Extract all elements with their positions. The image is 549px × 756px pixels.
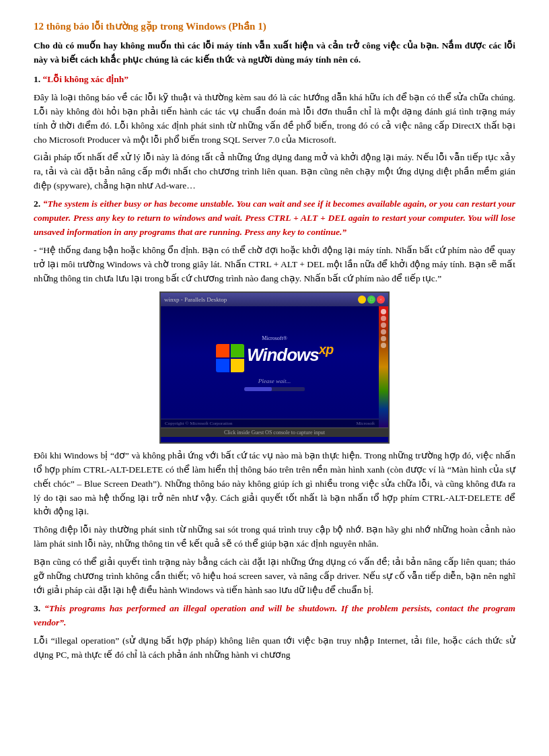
section3-heading-line: 3. “This programs has performed an illeg… bbox=[34, 602, 515, 630]
section3-heading: “This programs has performed an illegal … bbox=[34, 603, 515, 627]
screenshot-caption: Click inside Guest OS console to capture… bbox=[161, 427, 388, 437]
page-title: 12 thông báo lỗi thường gặp trong Window… bbox=[34, 20, 515, 32]
screenshot-body: Microsoft® Windowsxp Pleas bbox=[161, 306, 388, 427]
microsoft-right-text: Microsoft bbox=[356, 421, 375, 426]
section3-number: 3. bbox=[34, 603, 40, 613]
windows-flag bbox=[216, 344, 244, 372]
section2-p3: Thông điệp lỗi này thường phát sinh từ n… bbox=[34, 523, 515, 551]
sidebar-dot4 bbox=[381, 329, 386, 335]
section2-number: 2. bbox=[34, 199, 40, 209]
titlebar-text: winxp - Parallels Desktop bbox=[164, 296, 358, 303]
flag-q2 bbox=[231, 344, 244, 357]
sidebar-dot3 bbox=[381, 322, 386, 328]
please-wait-text: Please wait... bbox=[258, 378, 291, 384]
sidebar-decoration bbox=[379, 306, 388, 427]
screenshot-footer: Copyright © Microsoft Corporation Micros… bbox=[161, 419, 379, 427]
windows-screenshot-container: winxp - Parallels Desktop − □ × Microsof… bbox=[159, 291, 390, 444]
section2-p4: Bạn cũng có thể giải quyết tình trạng nà… bbox=[34, 555, 515, 598]
progress-bar bbox=[244, 387, 305, 391]
section2-heading: “The system is either busy or has become… bbox=[34, 199, 515, 237]
section1-heading-line: 1. “Lỗi không xác định” bbox=[34, 73, 515, 87]
microsoft-brand: Microsoft® bbox=[262, 335, 287, 341]
screenshot-titlebar: winxp - Parallels Desktop − □ × bbox=[161, 293, 388, 306]
section2-p1: - “Hệ thống đang bận hoặc không ổn định.… bbox=[34, 244, 515, 286]
xp-text: xp bbox=[319, 342, 333, 357]
section1-number: 1. bbox=[34, 74, 40, 84]
windows-flag-logo-row: Windowsxp bbox=[216, 343, 333, 372]
article-container: 12 thông báo lỗi thường gặp trong Window… bbox=[34, 20, 515, 662]
windows-logo-area: Microsoft® Windowsxp Pleas bbox=[216, 335, 333, 391]
copyright-text: Copyright © Microsoft Corporation bbox=[165, 421, 232, 426]
flag-q3 bbox=[216, 359, 229, 372]
flag-q1 bbox=[216, 344, 229, 357]
sidebar-dot2 bbox=[381, 316, 386, 321]
window-controls: − □ × bbox=[358, 296, 385, 304]
section1-heading: “Lỗi không xác định” bbox=[43, 74, 129, 84]
sidebar-dot6 bbox=[381, 343, 386, 348]
windows-wordmark: Windowsxp bbox=[247, 343, 333, 364]
section1-p2: Giải pháp tốt nhất để xử lý lỗi này là đ… bbox=[34, 151, 515, 193]
section3-p1: Lỗi “illegal operation” (sử dụng bất hợp… bbox=[34, 634, 515, 662]
maximize-btn[interactable]: □ bbox=[367, 296, 375, 304]
section1-p1: Đây là loại thông báo về các lỗi kỹ thuậ… bbox=[34, 91, 515, 147]
intro-paragraph: Cho dù có muốn hay không muốn thì các lỗ… bbox=[34, 39, 515, 67]
section2-heading-line: 2. “The system is either busy or has bec… bbox=[34, 197, 515, 240]
minimize-btn[interactable]: − bbox=[358, 296, 366, 304]
progress-fill bbox=[244, 387, 272, 391]
section2-p2: Đôi khi Windows bị “đơ” và không phải ứn… bbox=[34, 449, 515, 520]
close-btn[interactable]: × bbox=[377, 296, 385, 304]
sidebar-dot1 bbox=[381, 309, 386, 314]
flag-q4 bbox=[231, 359, 244, 372]
sidebar-dot5 bbox=[381, 336, 386, 341]
windows-text-area: Windowsxp bbox=[247, 343, 333, 364]
